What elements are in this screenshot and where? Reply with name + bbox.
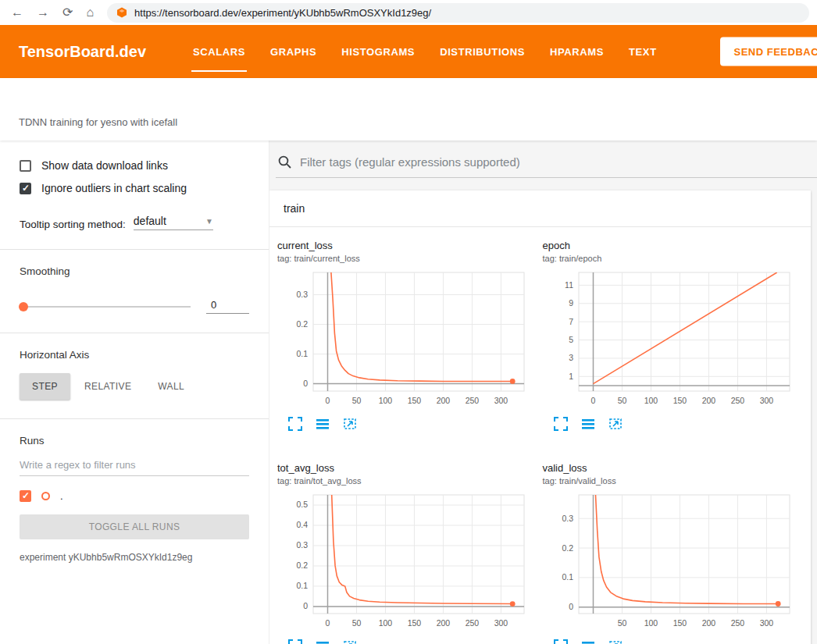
fit-domain-icon[interactable] bbox=[608, 639, 624, 644]
svg-text:200: 200 bbox=[701, 396, 715, 405]
train-card: train current_loss tag: train/current_lo… bbox=[269, 190, 811, 644]
horizontal-axis-label: Horizontal Axis bbox=[20, 349, 249, 361]
svg-text:50: 50 bbox=[617, 396, 626, 405]
ignore-outliers-checkbox[interactable]: Ignore outliers in chart scaling bbox=[20, 182, 249, 194]
app-header: TensorBoard.dev SCALARS GRAPHS HISTOGRAM… bbox=[0, 25, 817, 78]
tooltip-sorting-row: Tooltip sorting method: default ▼ bbox=[20, 215, 249, 230]
svg-text:150: 150 bbox=[673, 396, 687, 405]
chart-toolbar bbox=[543, 639, 808, 644]
svg-text:150: 150 bbox=[408, 396, 422, 405]
tag-filter-input[interactable] bbox=[300, 155, 814, 169]
svg-text:100: 100 bbox=[379, 618, 393, 628]
tab-histograms[interactable]: HISTOGRAMS bbox=[329, 25, 427, 78]
tensorboard-favicon bbox=[116, 7, 127, 18]
svg-text:50: 50 bbox=[617, 618, 626, 628]
svg-text:100: 100 bbox=[644, 396, 658, 405]
svg-text:11: 11 bbox=[565, 280, 573, 290]
svg-text:100: 100 bbox=[379, 396, 393, 405]
fit-domain-icon[interactable] bbox=[343, 417, 359, 432]
group-name: train bbox=[284, 202, 305, 215]
fit-domain-icon[interactable] bbox=[608, 417, 624, 432]
run-row[interactable]: . bbox=[20, 490, 249, 502]
svg-text:0: 0 bbox=[326, 396, 330, 405]
search-icon bbox=[277, 155, 292, 169]
axis-wall-button[interactable]: WALL bbox=[145, 373, 197, 400]
chart-tag: tag: train/tot_avg_loss bbox=[277, 476, 543, 486]
slider-thumb[interactable] bbox=[19, 302, 28, 311]
experiment-title: TDNN training for yesno with icefall bbox=[19, 116, 177, 128]
send-feedback-button[interactable]: SEND FEEDBACK bbox=[720, 37, 817, 66]
svg-text:0: 0 bbox=[303, 379, 308, 388]
address-bar[interactable]: https://tensorboard.dev/experiment/yKUbh… bbox=[107, 3, 809, 23]
app-logo: TensorBoard.dev bbox=[19, 43, 146, 61]
svg-text:250: 250 bbox=[730, 396, 744, 405]
chevron-down-icon: ▼ bbox=[205, 217, 213, 226]
line-chart[interactable]: 05010015020025030000.10.20.3 bbox=[277, 268, 529, 415]
axis-step-button[interactable]: STEP bbox=[20, 373, 70, 400]
line-chart[interactable]: 05010015020025030000.10.20.30.40.5 bbox=[277, 490, 529, 637]
chart-title: valid_loss bbox=[543, 462, 808, 474]
svg-text:200: 200 bbox=[701, 618, 715, 628]
tab-distributions[interactable]: DISTRIBUTIONS bbox=[427, 25, 537, 78]
horizontal-axis-section: Horizontal Axis STEP RELATIVE WALL bbox=[0, 333, 269, 400]
checkbox-label: Show data download links bbox=[41, 159, 168, 172]
runs-selector-icon[interactable] bbox=[581, 417, 597, 432]
runs-selector-icon[interactable] bbox=[316, 417, 331, 432]
svg-text:200: 200 bbox=[437, 618, 451, 628]
tag-filter-row bbox=[276, 151, 817, 178]
chart-toolbar bbox=[277, 639, 543, 644]
runs-label: Runs bbox=[20, 435, 249, 447]
home-icon[interactable]: ⌂ bbox=[86, 6, 94, 19]
line-chart[interactable]: 5010015020025030000.10.20.3 bbox=[543, 490, 794, 637]
expand-chart-icon[interactable] bbox=[554, 417, 569, 432]
svg-text:0.3: 0.3 bbox=[562, 514, 573, 523]
svg-text:3: 3 bbox=[569, 353, 573, 362]
runs-filter-input[interactable] bbox=[20, 453, 249, 476]
show-download-links-checkbox[interactable]: Show data download links bbox=[20, 159, 249, 172]
runs-selector-icon[interactable] bbox=[316, 639, 331, 644]
svg-text:0.2: 0.2 bbox=[562, 543, 573, 553]
svg-text:0.3: 0.3 bbox=[296, 290, 308, 299]
svg-text:0: 0 bbox=[326, 618, 330, 628]
tab-graphs[interactable]: GRAPHS bbox=[258, 25, 329, 78]
svg-text:0: 0 bbox=[590, 396, 595, 405]
fit-domain-icon[interactable] bbox=[343, 639, 359, 644]
svg-text:7: 7 bbox=[569, 317, 573, 326]
back-icon[interactable]: ← bbox=[11, 6, 23, 19]
expand-chart-icon[interactable] bbox=[288, 639, 304, 644]
svg-text:300: 300 bbox=[494, 396, 508, 405]
chart-title: tot_avg_loss bbox=[277, 462, 543, 474]
run-name: . bbox=[60, 490, 63, 502]
train-group-header[interactable]: train bbox=[269, 190, 811, 227]
expand-chart-icon[interactable] bbox=[554, 639, 569, 644]
smoothing-section: Smoothing 0 bbox=[0, 249, 269, 314]
reload-icon[interactable]: ⟳ bbox=[62, 6, 73, 19]
toggle-all-runs-button[interactable]: TOGGLE ALL RUNS bbox=[20, 514, 249, 539]
chart-title: current_loss bbox=[277, 240, 543, 251]
forward-icon[interactable]: → bbox=[37, 6, 49, 19]
axis-relative-button[interactable]: RELATIVE bbox=[72, 373, 144, 400]
tab-scalars[interactable]: SCALARS bbox=[180, 25, 258, 78]
chart-toolbar bbox=[543, 417, 808, 432]
runs-selector-icon[interactable] bbox=[581, 639, 597, 644]
svg-text:0.2: 0.2 bbox=[296, 560, 308, 570]
experiment-id-caption: experiment yKUbhb5wRmOSXYkId1z9eg bbox=[20, 552, 249, 563]
svg-text:300: 300 bbox=[759, 396, 773, 405]
chart-tag: tag: train/epoch bbox=[543, 254, 808, 263]
smoothing-slider[interactable] bbox=[20, 306, 191, 308]
main-panel: train current_loss tag: train/current_lo… bbox=[269, 141, 817, 644]
chart-tile: current_loss tag: train/current_loss 050… bbox=[277, 240, 543, 432]
svg-text:9: 9 bbox=[569, 298, 573, 308]
tab-hparams[interactable]: HPARAMS bbox=[537, 25, 616, 78]
svg-text:200: 200 bbox=[437, 396, 451, 405]
smoothing-value-input[interactable]: 0 bbox=[206, 299, 249, 314]
expand-chart-icon[interactable] bbox=[288, 417, 304, 432]
run-checkbox-icon[interactable] bbox=[20, 490, 31, 502]
tooltip-sorting-select[interactable]: default ▼ bbox=[134, 215, 213, 230]
svg-text:100: 100 bbox=[644, 618, 658, 628]
tooltip-sorting-value: default bbox=[134, 215, 166, 227]
svg-text:0.1: 0.1 bbox=[296, 349, 308, 358]
tab-text[interactable]: TEXT bbox=[616, 25, 669, 78]
chart-tag: tag: train/current_loss bbox=[277, 254, 543, 263]
line-chart[interactable]: 0501001502002503001357911 bbox=[543, 268, 794, 415]
